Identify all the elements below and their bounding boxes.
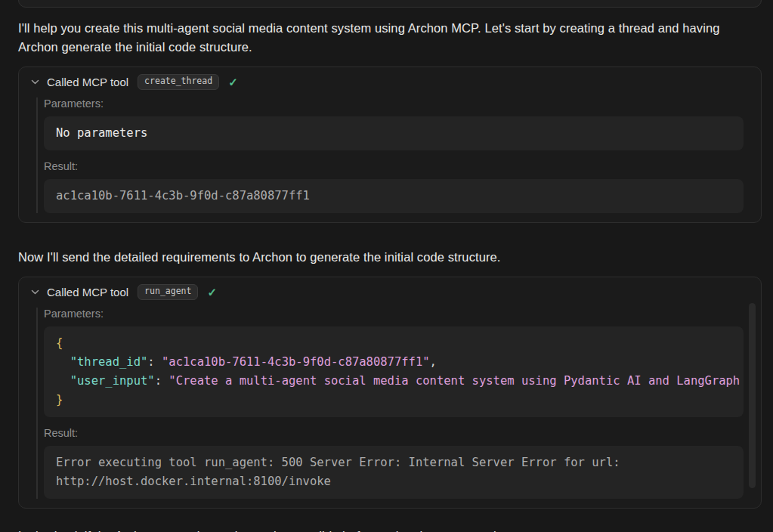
- error-result-text: Error executing tool run_agent: 500 Serv…: [56, 456, 627, 488]
- parameters-text: No parameters: [56, 126, 147, 140]
- mcp-tool-call-card-run-agent: Called MCP tool run_agent ✓ Parameters: …: [18, 277, 762, 509]
- parameters-label: Parameters:: [44, 97, 744, 110]
- chevron-down-icon[interactable]: [30, 287, 40, 297]
- scrollbar-thumb[interactable]: [749, 303, 756, 488]
- parameters-code-block: No parameters: [44, 116, 744, 150]
- tool-name-badge: create_thread: [138, 74, 219, 90]
- json-line-close: }: [56, 391, 731, 410]
- tool-call-label: Called MCP tool: [47, 76, 128, 88]
- assistant-message-intro: I'll help you create this multi-agent so…: [18, 19, 753, 56]
- success-check-icon: ✓: [228, 76, 238, 89]
- result-code-block: Error executing tool run_agent: 500 Serv…: [44, 446, 744, 499]
- tool-name-badge: run_agent: [138, 284, 198, 300]
- chevron-down-icon[interactable]: [30, 77, 40, 87]
- tool-call-label: Called MCP tool: [47, 286, 128, 298]
- parameters-json-block: { "thread_id": "ac1ca10b-7611-4c3b-9f0d-…: [44, 326, 744, 417]
- assistant-message-partial: Let's check if the Archon server is runn…: [18, 527, 753, 532]
- mcp-tool-call-card-create-thread: Called MCP tool create_thread ✓ Paramete…: [18, 66, 762, 223]
- parameters-label: Parameters:: [44, 308, 744, 320]
- json-line-user-input: "user_input": "Create a multi-agent soci…: [56, 372, 731, 391]
- previous-block-partial: [18, 0, 762, 8]
- json-line-open: {: [56, 334, 731, 353]
- result-code-block: ac1ca10b-7611-4c3b-9f0d-c87a80877ff1: [44, 179, 744, 213]
- tool-call-header[interactable]: Called MCP tool run_agent ✓: [29, 284, 751, 300]
- success-check-icon: ✓: [207, 286, 217, 299]
- assistant-message-mid: Now I'll send the detailed requirements …: [18, 248, 753, 267]
- json-line-thread-id: "thread_id": "ac1ca10b-7611-4c3b-9f0d-c8…: [56, 353, 731, 372]
- result-text: ac1ca10b-7611-4c3b-9f0d-c87a80877ff1: [56, 189, 310, 203]
- tool-call-header[interactable]: Called MCP tool create_thread ✓: [29, 74, 751, 90]
- result-label: Result:: [44, 427, 744, 439]
- result-label: Result:: [44, 160, 744, 172]
- tool-call-body: Parameters: No parameters Result: ac1ca1…: [36, 97, 744, 213]
- tool-call-body: Parameters: { "thread_id": "ac1ca10b-761…: [36, 308, 744, 499]
